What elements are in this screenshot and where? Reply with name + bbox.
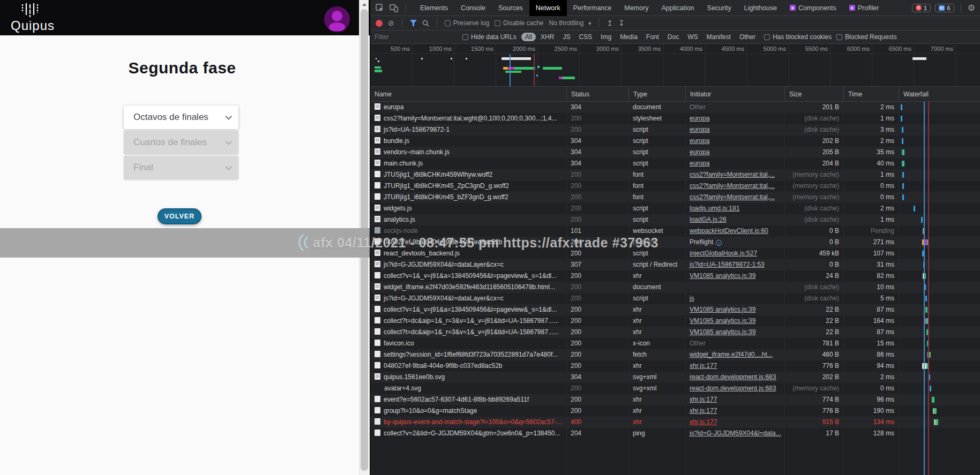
table-row[interactable]: js?id=G-JGJDM59X04&l=dataLayer&cx=c200sc… bbox=[370, 293, 980, 304]
request-name-cell[interactable]: JTURjIg1_i6t8kCHKm45_ZpC3gnD_g.woff2 bbox=[370, 180, 566, 192]
filter-type-all[interactable]: All bbox=[521, 33, 536, 41]
table-row[interactable]: collect?v=1&_v=j91&a=1384509456&t=pagevi… bbox=[370, 304, 980, 315]
column-header-name[interactable]: Name bbox=[370, 87, 566, 102]
preflight-info-icon[interactable]: i bbox=[716, 240, 722, 246]
tab-sources[interactable]: Sources bbox=[492, 0, 529, 16]
initiator-cell[interactable]: europa bbox=[685, 113, 784, 124]
initiator-cell[interactable]: widget_iframe.e2f47d0....ht... bbox=[685, 349, 784, 360]
tab-console[interactable]: Console bbox=[454, 0, 492, 16]
request-name-cell[interactable]: event?e=5602ac57-6307-4d61-8f8b-bb89269a… bbox=[370, 394, 566, 405]
initiator-cell[interactable]: VM1085 analytics.js:39 bbox=[685, 304, 784, 315]
initiator-link[interactable]: css2?family=Montserrat:ital,... bbox=[690, 193, 775, 201]
table-row[interactable]: JTURjIg1_i6t8kCHKm45_bZF3gnD_g.woff2200f… bbox=[370, 192, 980, 203]
request-name-cell[interactable]: 048027ef-9ba8-404e-9f8b-c037ed8ac52b bbox=[370, 360, 566, 372]
initiator-link[interactable]: europa bbox=[690, 148, 709, 156]
tab-profiler[interactable]: Profiler bbox=[843, 0, 886, 16]
initiator-link[interactable]: VM1085 analytics.js:39 bbox=[690, 272, 755, 280]
initiator-cell[interactable]: xhr.js:177 bbox=[685, 405, 784, 417]
initiator-cell[interactable]: VM1085 analytics.js:39 bbox=[685, 270, 784, 282]
table-row[interactable]: analytics.js200scriptloadGA.js:26(disk c… bbox=[370, 214, 980, 225]
initiator-link[interactable]: js?id=G-JGJDM59X04&l=data... bbox=[690, 429, 781, 437]
initiator-cell[interactable]: europa bbox=[685, 124, 784, 135]
table-row[interactable]: widget_iframe.e2f47d03e592fe463d11656051… bbox=[370, 282, 980, 293]
table-row[interactable]: quipus.1561ee0b.svg304svg+xmlreact-dom.d… bbox=[370, 372, 980, 383]
table-row[interactable]: avatar+4.svg200svg+xmlreact-dom.developm… bbox=[370, 383, 980, 394]
filter-funnel-icon[interactable] bbox=[410, 20, 417, 26]
initiator-cell[interactable]: css2?family=Montserrat:ital,... bbox=[685, 169, 784, 180]
throttling-select[interactable]: No throttling ▾ bbox=[549, 19, 591, 27]
request-name-cell[interactable]: avatar+4.svg bbox=[370, 383, 566, 394]
initiator-link[interactable]: js bbox=[690, 295, 694, 302]
initiator-link[interactable]: widget_iframe.e2f47d0....ht... bbox=[690, 351, 773, 358]
table-row[interactable]: bundle.js304scripteuropa202 B2 ms bbox=[370, 135, 980, 147]
request-name-cell[interactable]: js?id=G-JGJDM59X04&l=dataLayer&cx=c bbox=[370, 259, 566, 270]
request-name-cell[interactable]: collect?v=1&_v=j91&a=1384509456&t=pagevi… bbox=[370, 304, 566, 315]
initiator-link[interactable]: loadGA.js:26 bbox=[690, 216, 727, 223]
initiator-link[interactable]: react-dom.development.js:683 bbox=[690, 384, 776, 392]
initiator-cell[interactable]: react-dom.development.js:683 bbox=[685, 372, 784, 383]
tab-application[interactable]: Application bbox=[655, 0, 700, 16]
volver-button[interactable]: VOLVER bbox=[158, 208, 201, 224]
preserve-log-checkbox[interactable]: Preserve log bbox=[445, 19, 489, 27]
record-button[interactable] bbox=[376, 20, 383, 27]
request-name-cell[interactable]: JTUSjIg1_i6t8kCHKm459Wlhyw.woff2 bbox=[370, 169, 566, 180]
request-name-cell[interactable]: widget_iframe.e2f47d03e592fe463d11656051… bbox=[370, 282, 566, 293]
initiator-link[interactable]: css2?family=Montserrat:ital,... bbox=[690, 171, 775, 178]
column-header-initiator[interactable]: Initiator bbox=[685, 87, 784, 102]
initiator-link[interactable]: xhr.js:177 bbox=[690, 407, 717, 414]
initiator-cell[interactable]: xhr.js:177 bbox=[685, 417, 784, 428]
accordion-item-cuartos-de-finales[interactable]: Cuartos de finales bbox=[124, 131, 238, 154]
table-row[interactable]: collect?t=dc&aip=1&_r=3&v=1&_v=j91&tid=U… bbox=[370, 327, 980, 338]
accordion-item-final[interactable]: Final bbox=[124, 156, 238, 179]
tab-elements[interactable]: Elements bbox=[414, 0, 454, 16]
settings-gear-icon[interactable]: ⚙ bbox=[968, 3, 975, 13]
request-name-cell[interactable]: collect?t=dc&aip=1&_r=3&v=1&_v=j91&tid=U… bbox=[370, 315, 566, 327]
request-name-cell[interactable]: group?l=10&o=0&g=matchStage bbox=[370, 405, 566, 417]
initiator-link[interactable]: css2?family=Montserrat:ital,... bbox=[690, 182, 775, 190]
tab-lighthouse[interactable]: Lighthouse bbox=[738, 0, 783, 16]
table-row[interactable]: JTURjIg1_i6t8kCHKm45_ZpC3gnD_g.woff2200f… bbox=[370, 180, 980, 192]
filter-type-other[interactable]: Other bbox=[736, 33, 759, 41]
filter-type-ws[interactable]: WS bbox=[684, 33, 701, 41]
initiator-link[interactable]: injectGlobalHook.js:527 bbox=[690, 250, 757, 257]
request-name-cell[interactable]: js?id=G-JGJDM59X04&l=dataLayer&cx=c bbox=[370, 293, 566, 304]
initiator-link[interactable]: VM1085 analytics.js:39 bbox=[690, 306, 755, 313]
request-name-cell[interactable]: by-quipus-event-and-match-stage?l=100&o=… bbox=[370, 417, 566, 428]
table-row[interactable]: js?id=UA-158679872-1200scripteuropa(disk… bbox=[370, 124, 980, 135]
initiator-link[interactable]: js?id=UA-158679872-1:53 bbox=[690, 261, 765, 268]
import-har-icon[interactable]: ↥ bbox=[607, 19, 613, 27]
table-row[interactable]: vendors~main.chunk.js304scripteuropa205 … bbox=[370, 147, 980, 158]
initiator-cell[interactable]: europa bbox=[685, 158, 784, 169]
column-header-time[interactable]: Time bbox=[843, 87, 899, 102]
column-header-status[interactable]: Status bbox=[566, 87, 629, 102]
filter-type-doc[interactable]: Doc bbox=[664, 33, 683, 41]
user-avatar[interactable] bbox=[324, 6, 350, 32]
initiator-link[interactable]: react-dom.development.js:683 bbox=[690, 373, 776, 381]
has-blocked-cookies-checkbox[interactable]: Has blocked cookies bbox=[764, 33, 832, 41]
filter-type-font[interactable]: Font bbox=[642, 33, 663, 41]
table-row[interactable]: settings?session_id=1f6ef68fd3f723a70352… bbox=[370, 349, 980, 360]
message-count-badge[interactable]: 6 bbox=[935, 4, 954, 12]
error-count-badge[interactable]: ✕ 1 bbox=[912, 4, 931, 12]
request-name-cell[interactable]: collect?v=2&tid=G-JGJDM59X04&gtm=2oe6n0&… bbox=[370, 428, 566, 439]
initiator-link[interactable]: VM1085 analytics.js:39 bbox=[690, 317, 755, 325]
filter-type-css[interactable]: CSS bbox=[575, 33, 596, 41]
initiator-cell[interactable]: injectGlobalHook.js:527 bbox=[685, 248, 784, 259]
table-row[interactable]: js?id=G-JGJDM59X04&l=dataLayer&cx=c307sc… bbox=[370, 259, 980, 270]
column-header-size[interactable]: Size bbox=[784, 87, 843, 102]
request-name-cell[interactable]: collect?t=dc&aip=1&_r=3&v=1&_v=j91&tid=U… bbox=[370, 327, 566, 338]
table-row[interactable]: css2?family=Montserrat:ital,wght@0,100;0… bbox=[370, 113, 980, 124]
initiator-cell[interactable]: css2?family=Montserrat:ital,... bbox=[685, 192, 784, 203]
initiator-link[interactable]: webpackHotDevClient.js:60 bbox=[690, 227, 768, 235]
initiator-cell[interactable]: js?id=G-JGJDM59X04&l=data... bbox=[685, 428, 784, 439]
initiator-cell[interactable]: css2?family=Montserrat:ital,... bbox=[685, 180, 784, 192]
inspect-element-icon[interactable] bbox=[376, 4, 384, 12]
initiator-link[interactable]: europa bbox=[690, 137, 709, 145]
request-name-cell[interactable]: europa bbox=[370, 102, 566, 113]
initiator-cell[interactable]: VM1085 analytics.js:39 bbox=[685, 315, 784, 327]
initiator-link[interactable]: xhr.js:177 bbox=[690, 396, 717, 403]
quipus-logo[interactable]: Quipus bbox=[11, 3, 55, 33]
table-row[interactable]: europa304documentOther201 B2 ms bbox=[370, 102, 980, 113]
request-name-cell[interactable]: css2?family=Montserrat:ital,wght@0,100;0… bbox=[370, 113, 566, 124]
hide-data-urls-checkbox[interactable]: Hide data URLs bbox=[462, 33, 517, 41]
